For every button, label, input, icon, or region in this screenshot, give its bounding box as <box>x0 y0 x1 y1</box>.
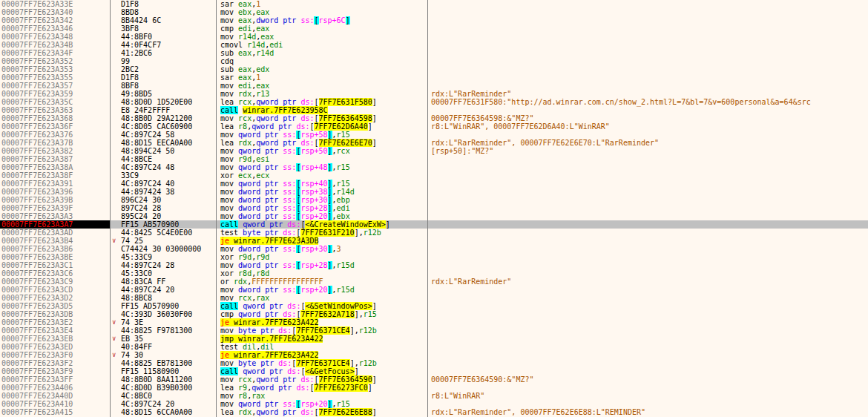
instruction-cell: sub eax,r14d <box>220 49 274 57</box>
instruction-cell: mov byte ptr ds:[7FF7E6371CE4],r12b <box>220 359 377 367</box>
address-cell: 00007FF7E623A3B4 <box>0 237 110 245</box>
address-cell: 00007FF7E623A3D2 <box>0 294 110 302</box>
disasm-row[interactable]: 00007FF7E623A34F41:2BC6sub eax,r14d <box>0 49 868 57</box>
disasm-row[interactable]: 00007FF7E623A3914C:897C24 40mov qword pt… <box>0 180 868 188</box>
disasm-row[interactable]: 00007FF7E623A3428B4424 6Cmov eax,dword p… <box>0 16 868 24</box>
bytes-cell: 44:8825 EB781300 <box>121 359 192 367</box>
bytes-cell: 48:8BC8 <box>121 294 152 302</box>
address-cell: 00007FF7E623A3DB <box>0 310 110 318</box>
address-cell: 00007FF7E623A40D <box>0 392 110 400</box>
disasm-row[interactable]: 00007FF7E623A355D1F8sar eax,1 <box>0 73 868 82</box>
comment-cell: rdx:L"RarReminder", 00007FF7E62E6E88:L"R… <box>431 408 645 416</box>
bytes-cell: 74 30 <box>121 351 143 359</box>
disasm-row[interactable]: 00007FF7E623A3D248:8BC8mov rcx,rax <box>0 294 868 302</box>
bytes-cell: E8 24F2FFFF <box>121 106 170 114</box>
instruction-cell: mov dword ptr ss:[rsp+30],ebp <box>220 196 350 204</box>
bytes-cell: 48:8D15 EECA0A00 <box>121 139 192 147</box>
bytes-cell: 48:8B0D 8AA11200 <box>121 375 192 384</box>
bytes-cell: 44:8825 F9781300 <box>121 326 192 335</box>
disasm-row[interactable]: 00007FF7E623A3532BC2sub eax,edx <box>0 65 868 73</box>
disasm-row[interactable]: 00007FF7E623A3D5FF15 AD570900call qword … <box>0 302 868 310</box>
address-cell: 00007FF7E623A352 <box>0 57 110 65</box>
instruction-cell: mov qword ptr ss:[rsp+40],r15 <box>220 180 350 188</box>
disasm-row[interactable]: 00007FF7E623A3B4∨74 25je winrar.7FF7E623… <box>0 237 868 245</box>
bytes-cell: FF15 11580900 <box>121 367 179 375</box>
disasm-row[interactable]: 00007FF7E623A35C48:8D0D 1D520E00lea rcx,… <box>0 98 868 106</box>
disasm-row[interactable]: 00007FF7E623A38744:8BCEmov r9d,esi <box>0 155 868 163</box>
address-cell: 00007FF7E623A3E2 <box>0 318 110 326</box>
disasm-row[interactable]: 00007FF7E623A3B6C74424 30 03000000mov dw… <box>0 245 868 253</box>
comment-cell: 00007FF7E6364590:&"MZ?" <box>431 375 533 384</box>
address-cell: 00007FF7E623A376 <box>0 131 110 139</box>
disasm-row[interactable]: 00007FF7E623A3C948:83CA FFor rdx,FFFFFFF… <box>0 278 868 286</box>
jump-down-icon: ∨ <box>112 335 116 343</box>
disasm-row[interactable]: 00007FF7E623A39F897C24 28mov dword ptr s… <box>0 204 868 212</box>
disasm-row[interactable]: 00007FF7E623A3408BD8mov ebx,eax <box>0 8 868 16</box>
disasm-row[interactable]: 00007FF7E623A3AD44:8425 5C4E0E00test byt… <box>0 229 868 237</box>
disasm-row[interactable]: 00007FF7E623A3ED40:84FFtest dil,dil <box>0 343 868 351</box>
bytes-cell: 4C:897C24 40 <box>121 180 174 188</box>
disasm-row[interactable]: 00007FF7E623A39644:897424 38mov dword pt… <box>0 188 868 196</box>
address-cell: 00007FF7E623A35C <box>0 98 110 106</box>
bytes-cell: 49:8BD5 <box>121 90 152 98</box>
disasm-row[interactable]: 00007FF7E623A4064C:8D0D B39B0300lea r9,q… <box>0 384 868 392</box>
disasm-row[interactable]: 00007FF7E623A40D4C:8BC0mov r8,raxr8:L"Wi… <box>0 392 868 400</box>
address-cell: 00007FF7E623A3F9 <box>0 367 110 375</box>
disasm-row[interactable]: 00007FF7E623A33ED1F8sar eax,1 <box>0 0 868 8</box>
instruction-cell: call winrar.7FF7E623958C <box>220 106 328 114</box>
disasm-row[interactable]: 00007FF7E623A38A4C:897C24 48mov qword pt… <box>0 163 868 171</box>
disasm-row[interactable]: 00007FF7E623A3C645:33C0xor r8d,r8d <box>0 269 868 278</box>
disasm-row[interactable]: 00007FF7E623A41548:8D15 6CCA0A00lea rdx,… <box>0 408 868 416</box>
instruction-cell: mov rcx,qword ptr ds:[7FF7E6364598] <box>220 114 377 122</box>
disasm-row[interactable]: 00007FF7E623A3DB4C:393D 36030F00cmp qwor… <box>0 310 868 318</box>
bytes-cell: 897C24 28 <box>121 204 161 212</box>
disasm-row[interactable]: 00007FF7E623A36848:8B0D 29A21200mov rcx,… <box>0 114 868 122</box>
address-cell: 00007FF7E623A363 <box>0 106 110 114</box>
disasm-row[interactable]: 00007FF7E623A35949:8BD5mov rdx,r13rdx:L"… <box>0 90 868 98</box>
comment-cell: 00007FF7E6364598:&"MZ?" <box>431 114 533 122</box>
disasm-row[interactable]: 00007FF7E623A34844:8BF0mov r14d,eax <box>0 33 868 41</box>
disasm-row[interactable]: 00007FF7E623A3E2∨74 3Eje winrar.7FF7E623… <box>0 318 868 326</box>
disasm-row[interactable]: 00007FF7E623A39B896C24 30mov dword ptr s… <box>0 196 868 204</box>
instruction-cell: xor r8d,r8d <box>220 269 269 278</box>
disasm-row[interactable]: 00007FF7E623A35299cdq <box>0 57 868 65</box>
disasm-row[interactable]: 00007FF7E623A36F4C:8D05 CAC60900lea r8,q… <box>0 122 868 131</box>
disasm-row[interactable]: 00007FF7E623A3BE45:33C9xor r9d,r9d <box>0 253 868 261</box>
instruction-cell: cdq <box>220 57 234 65</box>
disasm-row[interactable]: 00007FF7E623A38248:894C24 50mov qword pt… <box>0 147 868 155</box>
disasm-row[interactable]: 00007FF7E623A3463BF8cmp edi,eax <box>0 24 868 33</box>
bytes-cell: 44:897C24 28 <box>121 261 174 269</box>
disasm-row-selected[interactable]: 00007FF7E623A3A7FF15 AB570900call qword … <box>0 220 868 229</box>
disasm-row[interactable]: 00007FF7E623A3EB∨EB 35jmp winrar.7FF7E62… <box>0 335 868 343</box>
disasm-row[interactable]: 00007FF7E623A3C144:897C24 28mov dword pt… <box>0 261 868 269</box>
bytes-cell: 74 25 <box>121 237 143 245</box>
bytes-cell: 44:897424 38 <box>121 188 174 196</box>
bytes-cell: 4C:393D 36030F00 <box>121 310 192 318</box>
comment-cell: [rsp+50]:"MZ?" <box>431 147 493 155</box>
disasm-row[interactable]: 00007FF7E623A37B48:8D15 EECA0A00lea rdx,… <box>0 139 868 147</box>
disasm-row[interactable]: 00007FF7E623A363E8 24F2FFFFcall winrar.7… <box>0 106 868 114</box>
disasm-row[interactable]: 00007FF7E623A3E444:8825 F9781300mov byte… <box>0 326 868 335</box>
instruction-cell: mov rcx,rax <box>220 294 269 302</box>
instruction-cell: mov qword ptr ss:[rsp+58],r15 <box>220 131 350 139</box>
bytes-cell: 48:8B0D 29A21200 <box>121 114 192 122</box>
address-cell: 00007FF7E623A34F <box>0 49 110 57</box>
disasm-row[interactable]: 00007FF7E623A3A3895C24 20mov dword ptr s… <box>0 212 868 220</box>
address-cell: 00007FF7E623A39F <box>0 204 110 212</box>
instruction-cell: or rdx,FFFFFFFFFFFFFFFF <box>220 278 323 286</box>
disasm-row[interactable]: 00007FF7E623A3F244:8825 EB781300mov byte… <box>0 359 868 367</box>
disasm-row[interactable]: 00007FF7E623A4104C:897C24 20mov qword pt… <box>0 400 868 408</box>
address-cell: 00007FF7E623A39B <box>0 196 110 204</box>
disasm-row[interactable]: 00007FF7E623A3F9FF15 11580900call qword … <box>0 367 868 375</box>
disasm-row[interactable]: 00007FF7E623A3764C:897C24 58mov qword pt… <box>0 131 868 139</box>
disasm-row[interactable]: 00007FF7E623A3CD44:897C24 20mov dword pt… <box>0 286 868 294</box>
disasm-row[interactable]: 00007FF7E623A3F0∨74 30je winrar.7FF7E623… <box>0 351 868 359</box>
bytes-cell: 4C:8BC0 <box>121 392 152 400</box>
disasm-row[interactable]: 00007FF7E623A3578BF8mov edi,eax <box>0 82 868 90</box>
disasm-row[interactable]: 00007FF7E623A34B44:0F4CF7cmovl r14d,edi <box>0 41 868 49</box>
bytes-cell: D1F8 <box>121 0 139 8</box>
address-cell: 00007FF7E623A396 <box>0 188 110 196</box>
disasm-row[interactable]: 00007FF7E623A38F33C9xor ecx,ecx <box>0 171 868 180</box>
disasm-row[interactable]: 00007FF7E623A3FF48:8B0D 8AA11200mov rcx,… <box>0 375 868 384</box>
bytes-cell: 44:0F4CF7 <box>121 41 161 49</box>
